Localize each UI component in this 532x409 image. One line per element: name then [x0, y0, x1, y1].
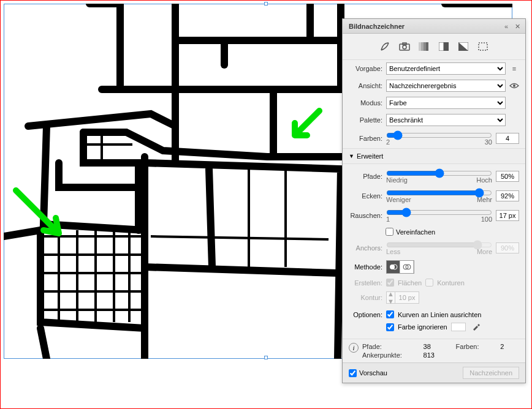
panel-header[interactable]: Bildnachzeichner « ✕ [343, 19, 525, 34]
svg-rect-6 [426, 42, 428, 51]
anchors-value: 90% [496, 242, 519, 253]
preset-icon-row [343, 34, 525, 60]
method-overlap-icon[interactable] [400, 261, 414, 273]
erweitert-toggle[interactable]: ▼ Erweitert [343, 148, 525, 164]
svg-rect-5 [424, 42, 426, 51]
optionen-section: Optionen: Kurven an Linien ausrichten Fa… [343, 306, 525, 336]
grayscale-icon[interactable] [437, 40, 450, 53]
panel-title: Bildnachzeichner [346, 23, 500, 30]
close-icon[interactable]: ✕ [513, 22, 522, 31]
outline-icon[interactable] [476, 40, 490, 53]
svg-rect-7 [439, 42, 444, 51]
nachzeichnen-button: Nachzeichnen [463, 367, 519, 379]
vorgabe-row: Vorgabe: Benutzerdefiniert ≡ [343, 60, 525, 77]
ecken-value[interactable]: 92% [496, 190, 519, 201]
image-trace-panel: Bildnachzeichner « ✕ Vorgabe: Benutzerde… [342, 18, 526, 383]
palette-label: Palette: [349, 116, 382, 124]
erweitert-content: Pfade: NiedrigHoch 50% Ecken: WenigerMeh… [343, 164, 525, 339]
vereinfachen-row: Vereinfachen [343, 225, 525, 238]
modus-row: Modus: Farbe [343, 94, 525, 111]
modus-label: Modus: [349, 99, 382, 107]
chevron-down-icon: ▼ [349, 153, 354, 159]
auto-trace-icon[interactable] [378, 40, 392, 53]
svg-rect-4 [421, 42, 424, 51]
ignore-color-swatch[interactable] [451, 323, 466, 331]
rauschen-value[interactable]: 17 px [496, 210, 519, 221]
vorgabe-label: Vorgabe: [349, 65, 382, 72]
kontur-row: Kontur: ▲▼ 10 px [343, 289, 525, 306]
ansicht-select[interactable]: Nachzeichnerergebnis [386, 80, 506, 92]
erstellen-row: Erstellen: Flächen Konturen [343, 276, 525, 289]
collapse-icon[interactable]: « [502, 22, 511, 31]
farben-value[interactable]: 4 [496, 133, 519, 144]
ecken-row: Ecken: WenigerMehr 92% [343, 186, 525, 206]
farben-label: Farben: [349, 135, 382, 142]
method-buttons [386, 260, 414, 274]
shades-icon[interactable] [417, 40, 431, 53]
svg-rect-8 [444, 42, 449, 51]
ansicht-row: Ansicht: Nachzeichnerergebnis [343, 77, 525, 94]
eye-icon[interactable] [509, 81, 519, 91]
stats-section: i Pfade: 38 Farben: 2 Ankerpunkte: 813 [343, 339, 525, 362]
ansicht-label: Ansicht: [349, 82, 382, 89]
pfade-row: Pfade: NiedrigHoch 50% [343, 167, 525, 186]
method-abutting-icon[interactable] [387, 261, 400, 273]
vorschau-checkbox[interactable] [349, 369, 357, 377]
kurven-checkbox[interactable] [386, 310, 394, 318]
flaechen-checkbox [386, 279, 394, 287]
farben-row: Farben: 230 4 [343, 129, 525, 148]
farbe-ignorieren-checkbox[interactable] [386, 323, 394, 331]
pfade-value[interactable]: 50% [496, 171, 519, 182]
palette-select[interactable]: Beschränkt [386, 114, 506, 126]
methode-row: Methode: [343, 258, 525, 276]
preset-menu-icon[interactable]: ≡ [509, 64, 519, 73]
vereinfachen-checkbox[interactable] [386, 228, 393, 236]
info-icon: i [349, 343, 359, 353]
konturen-checkbox [425, 279, 433, 287]
photo-icon[interactable] [398, 40, 411, 53]
kontur-stepper: ▲▼ 10 px [386, 291, 419, 304]
svg-rect-10 [479, 43, 487, 50]
vorgabe-select[interactable]: Benutzerdefiniert [386, 62, 506, 75]
modus-select[interactable]: Farbe [386, 97, 506, 109]
panel-footer: Vorschau Nachzeichnen [343, 362, 525, 383]
bw-icon[interactable] [457, 40, 470, 53]
svg-point-1 [403, 45, 406, 49]
palette-row: Palette: Beschränkt [343, 111, 525, 129]
svg-point-11 [513, 84, 515, 87]
svg-rect-3 [419, 42, 421, 51]
anchors-row: Anchors: LessMore 90% [343, 238, 525, 258]
eyedropper-icon[interactable] [472, 322, 482, 332]
rauschen-row: Rauschen: 1100 17 px [343, 206, 525, 225]
